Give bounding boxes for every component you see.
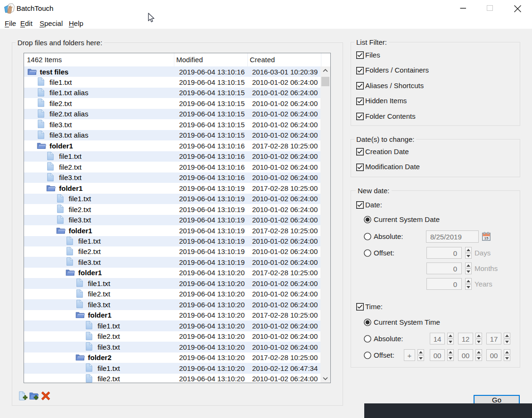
svg-text:15: 15 <box>484 236 489 240</box>
